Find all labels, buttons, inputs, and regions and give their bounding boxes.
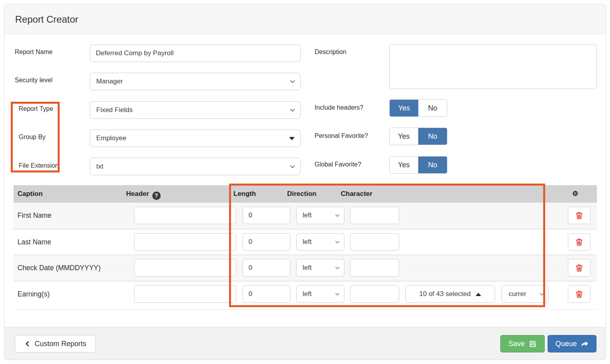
delete-row-button[interactable] (568, 259, 591, 277)
global-favorite-label: Global Favorite? (315, 161, 361, 168)
report-type-value: Fixed Fields (96, 106, 133, 114)
trash-icon (575, 289, 584, 299)
chevron-down-icon (289, 78, 296, 85)
trash-icon (575, 237, 584, 247)
include-headers-yes-button[interactable]: Yes (390, 100, 418, 116)
direction-select[interactable]: left (296, 233, 344, 251)
caret-up-icon (476, 293, 481, 296)
global-favorite-yes-button[interactable]: Yes (390, 157, 418, 173)
table-row-check-date: Check Date (MMDDYYYY) left (14, 255, 597, 281)
length-input[interactable] (243, 285, 290, 303)
earnings-extra-select[interactable]: currer (501, 285, 549, 303)
table-row-first-name: First Name left (14, 203, 597, 229)
character-input[interactable] (350, 285, 399, 303)
personal-favorite-toggle: Yes No (389, 128, 447, 145)
chevron-down-icon (289, 107, 296, 114)
security-level-value: Manager (96, 77, 123, 85)
include-headers-label: Include headers? (315, 104, 363, 111)
question-circle-icon[interactable]: ? (152, 192, 161, 200)
report-creator-panel: Report Creator Report Name Security leve… (4, 4, 606, 360)
file-extension-select[interactable]: txt (90, 158, 301, 175)
row-caption: Earning(s) (17, 285, 50, 303)
header-input[interactable] (134, 207, 236, 224)
include-headers-no-button[interactable]: No (418, 100, 447, 116)
header-column-header: Header? (126, 185, 161, 203)
character-input[interactable] (350, 259, 399, 277)
row-caption: Last Name (17, 233, 51, 251)
floppy-disk-icon (528, 340, 537, 348)
personal-favorite-no-button[interactable]: No (418, 128, 447, 145)
caret-down-icon (289, 137, 295, 140)
chevron-down-icon (334, 239, 340, 245)
row-caption: First Name (17, 207, 52, 224)
security-level-label: Security level (15, 77, 52, 84)
length-input[interactable] (243, 259, 290, 277)
direction-select[interactable]: left (296, 285, 344, 303)
row-caption: Check Date (MMDDYYYY) (17, 259, 101, 277)
character-column-header: Character (341, 185, 372, 203)
report-name-input[interactable] (90, 45, 301, 62)
personal-favorite-label: Personal Favorite? (315, 132, 368, 139)
chevron-left-icon (24, 340, 31, 347)
table-row-last-name: Last Name left (14, 229, 597, 255)
header-input[interactable] (134, 285, 236, 303)
chevron-down-icon (334, 213, 340, 219)
table-row-earnings: Earning(s) left 10 of 43 selected currer (14, 281, 597, 310)
file-extension-label: File Extension (19, 162, 59, 169)
earnings-multiselect[interactable]: 10 of 43 selected (405, 285, 495, 303)
group-by-label: Group By (19, 134, 46, 141)
delete-row-button[interactable] (568, 285, 591, 303)
panel-footer: Custom Reports Save Queue (4, 327, 606, 360)
chevron-down-icon (539, 291, 545, 297)
character-input[interactable] (350, 207, 399, 224)
chevron-down-icon (334, 265, 340, 271)
trash-icon (575, 263, 584, 273)
report-type-label: Report Type (19, 105, 53, 112)
description-label: Description (315, 48, 346, 56)
security-level-select[interactable]: Manager (90, 73, 301, 90)
fields-table-header: Caption Header? Length Direction Charact… (14, 185, 597, 203)
page-title: Report Creator (15, 4, 78, 34)
custom-reports-button[interactable]: Custom Reports (15, 335, 96, 352)
length-input[interactable] (243, 233, 290, 251)
forward-arrow-icon (581, 340, 589, 348)
save-button[interactable]: Save (500, 335, 545, 352)
trash-icon (575, 211, 584, 220)
include-headers-toggle: Yes No (389, 99, 447, 117)
personal-favorite-yes-button[interactable]: Yes (390, 128, 418, 145)
length-column-header: Length (233, 185, 256, 203)
report-name-label: Report Name (15, 48, 52, 56)
description-textarea[interactable] (389, 44, 597, 89)
direction-select[interactable]: left (296, 207, 344, 224)
group-by-dropdown[interactable]: Employee (90, 130, 301, 147)
header-input[interactable] (134, 233, 236, 251)
length-input[interactable] (243, 207, 290, 224)
chevron-down-icon (334, 291, 340, 297)
chevron-down-icon (289, 163, 296, 170)
direction-select[interactable]: left (296, 259, 344, 277)
group-by-value: Employee (96, 134, 126, 142)
caption-column-header: Caption (17, 185, 43, 203)
global-favorite-no-button[interactable]: No (418, 157, 447, 173)
report-type-select[interactable]: Fixed Fields (90, 101, 301, 119)
character-input[interactable] (350, 233, 399, 251)
report-creator-page: Report Creator Report Name Security leve… (0, 0, 610, 364)
gear-icon[interactable]: ⚙ (572, 185, 578, 203)
queue-button[interactable]: Queue (548, 335, 596, 352)
global-favorite-toggle: Yes No (389, 156, 447, 174)
delete-row-button[interactable] (568, 233, 591, 251)
direction-column-header: Direction (287, 185, 317, 203)
delete-row-button[interactable] (568, 207, 591, 224)
panel-heading: Report Creator (4, 4, 606, 34)
file-extension-value: txt (96, 163, 103, 170)
header-input[interactable] (134, 259, 236, 277)
